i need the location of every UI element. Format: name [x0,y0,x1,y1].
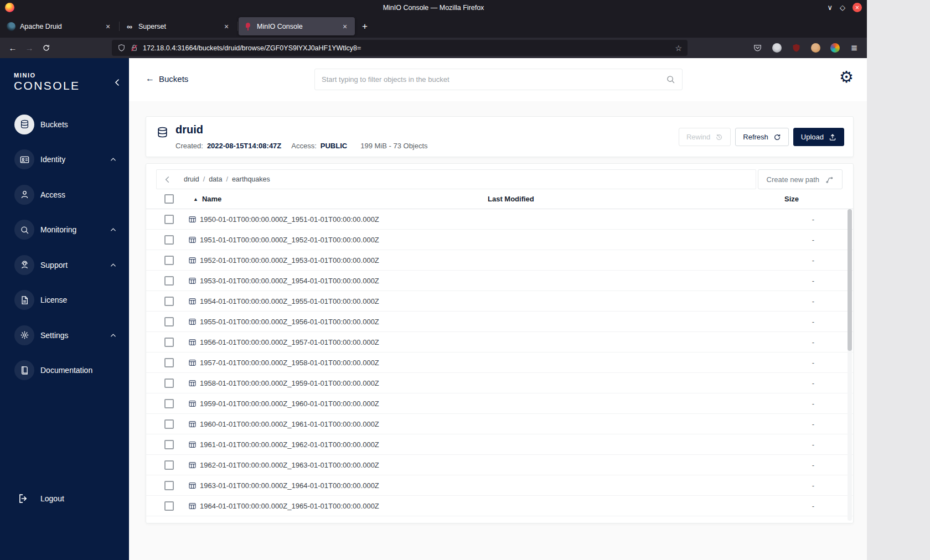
insecure-lock-icon[interactable] [130,44,138,52]
tab-close-icon[interactable] [340,22,350,32]
sidebar-item-monitoring[interactable]: Monitoring [0,212,129,248]
table-row[interactable]: 1955-01-01T00:00:00.000Z_1956-01-01T00:0… [146,312,853,332]
row-checkbox[interactable] [164,440,174,449]
refresh-button[interactable]: Refresh [735,128,789,146]
refresh-icon [773,133,781,141]
table-row[interactable]: 1963-01-01T00:00:00.000Z_1964-01-01T00:0… [146,475,853,496]
table-row[interactable]: 1958-01-01T00:00:00.000Z_1959-01-01T00:0… [146,373,853,393]
table-row[interactable]: 1959-01-01T00:00:00.000Z_1960-01-01T00:0… [146,393,853,414]
row-checkbox[interactable] [164,215,174,224]
search-icon [666,75,675,84]
table-row[interactable]: 1956-01-01T00:00:00.000Z_1957-01-01T00:0… [146,332,853,352]
table-row[interactable]: 1953-01-01T00:00:00.000Z_1954-01-01T00:0… [146,271,853,291]
rewind-button[interactable]: Rewind [679,128,731,146]
object-name[interactable]: 1955-01-01T00:00:00.000Z_1956-01-01T00:0… [200,318,379,326]
table-row[interactable]: 1952-01-01T00:00:00.000Z_1953-01-01T00:0… [146,250,853,271]
row-checkbox[interactable] [164,235,174,245]
create-new-path-button[interactable]: Create new path [758,169,843,189]
menu-icon[interactable] [849,43,859,53]
object-name[interactable]: 1959-01-01T00:00:00.000Z_1960-01-01T00:0… [200,400,379,408]
object-name[interactable]: 1956-01-01T00:00:00.000Z_1957-01-01T00:0… [200,338,379,346]
table-row[interactable]: 1951-01-01T00:00:00.000Z_1952-01-01T00:0… [146,230,853,250]
column-header-size[interactable]: Size [784,195,799,203]
table-row[interactable]: 1950-01-01T00:00:00.000Z_1951-01-01T00:0… [146,209,853,230]
select-all-checkbox[interactable] [164,194,174,204]
search-input[interactable] [322,75,662,84]
settings-gear-icon[interactable] [839,69,854,85]
sidebar-item-access[interactable]: Access [0,177,129,212]
object-name[interactable]: 1964-01-01T00:00:00.000Z_1965-01-01T00:0… [200,502,379,510]
tracking-shield-icon[interactable] [117,44,126,52]
row-checkbox[interactable] [164,256,174,265]
breadcrumb-segment-earthquakes[interactable]: earthquakes [232,175,270,183]
row-checkbox[interactable] [164,276,174,286]
row-checkbox[interactable] [164,460,174,470]
table-row[interactable]: 1961-01-01T00:00:00.000Z_1962-01-01T00:0… [146,434,853,455]
object-name[interactable]: 1953-01-01T00:00:00.000Z_1954-01-01T00:0… [200,277,379,285]
prefix-folder-icon [188,440,197,449]
sidebar-item-documentation[interactable]: Documentation [0,353,129,388]
ublock-extension-icon[interactable] [791,43,801,53]
back-to-buckets-link[interactable]: Buckets [146,74,188,84]
object-name[interactable]: 1960-01-01T00:00:00.000Z_1961-01-01T00:0… [200,420,379,428]
account-icon[interactable] [772,43,782,53]
sidebar-item-identity[interactable]: Identity [0,142,129,178]
table-scrollbar-thumb[interactable] [848,209,852,351]
object-name[interactable]: 1963-01-01T00:00:00.000Z_1964-01-01T00:0… [200,481,379,490]
object-name[interactable]: 1950-01-01T00:00:00.000Z_1951-01-01T00:0… [200,215,379,224]
tab-close-icon[interactable] [221,22,231,32]
row-checkbox[interactable] [164,338,174,347]
tab-superset[interactable]: Superset [120,17,236,35]
column-header-name[interactable]: Name [193,195,221,203]
tab-apache-druid[interactable]: Apache Druid [2,17,118,35]
forward-button[interactable] [21,40,38,56]
sidebar-collapse-icon[interactable] [113,78,122,87]
sidebar-item-support[interactable]: Support [0,247,129,283]
window-maximize-button[interactable] [840,4,845,11]
object-name[interactable]: 1951-01-01T00:00:00.000Z_1952-01-01T00:0… [200,236,379,244]
pinwheel-extension-icon[interactable] [830,43,840,53]
sidebar-item-license[interactable]: License [0,283,129,318]
breadcrumb-segment-data[interactable]: data [209,175,232,183]
row-checkbox[interactable] [164,419,174,429]
row-checkbox[interactable] [164,297,174,306]
table-row[interactable]: 1957-01-01T00:00:00.000Z_1958-01-01T00:0… [146,352,853,373]
reload-button[interactable] [38,40,54,56]
object-name[interactable]: 1957-01-01T00:00:00.000Z_1958-01-01T00:0… [200,359,379,367]
table-row[interactable]: 1964-01-01T00:00:00.000Z_1965-01-01T00:0… [146,496,853,516]
window-minimize-button[interactable] [827,4,833,11]
object-name[interactable]: 1952-01-01T00:00:00.000Z_1953-01-01T00:0… [200,256,379,265]
name-column-label: Name [202,195,221,203]
path-back-chevron-icon[interactable] [163,175,172,184]
url-bar[interactable]: 172.18.0.4:31664/buckets/druid/browse/ZG… [112,40,688,56]
sidebar-item-settings[interactable]: Settings [0,318,129,353]
sidebar-item-buckets[interactable]: Buckets [0,107,129,142]
row-checkbox[interactable] [164,501,174,511]
url-text[interactable]: 172.18.0.4:31664/buckets/druid/browse/ZG… [143,44,670,52]
object-name[interactable]: 1961-01-01T00:00:00.000Z_1962-01-01T00:0… [200,440,379,449]
object-name[interactable]: 1954-01-01T00:00:00.000Z_1955-01-01T00:0… [200,297,379,305]
bookmark-star-icon[interactable] [675,44,682,53]
new-tab-button[interactable] [357,19,373,34]
tab-close-icon[interactable] [103,22,113,32]
tab-minio-console[interactable]: MinIO Console [239,17,355,35]
back-button[interactable] [4,40,21,56]
row-checkbox[interactable] [164,399,174,408]
window-close-button[interactable] [852,3,862,12]
table-row[interactable]: 1954-01-01T00:00:00.000Z_1955-01-01T00:0… [146,291,853,312]
upload-button[interactable]: Upload [793,128,844,146]
object-name[interactable]: 1962-01-01T00:00:00.000Z_1963-01-01T00:0… [200,461,379,469]
table-scrollbar[interactable] [848,209,852,521]
row-checkbox[interactable] [164,358,174,367]
object-name[interactable]: 1958-01-01T00:00:00.000Z_1959-01-01T00:0… [200,379,379,387]
table-row[interactable]: 1960-01-01T00:00:00.000Z_1961-01-01T00:0… [146,414,853,434]
row-checkbox[interactable] [164,378,174,388]
row-checkbox[interactable] [164,317,174,326]
pocket-icon[interactable] [752,43,762,53]
avatar-extension-icon[interactable] [810,43,820,53]
breadcrumb-segment-bucket[interactable]: druid [184,175,209,183]
sidebar-item-logout[interactable]: Logout [17,488,64,510]
row-checkbox[interactable] [164,481,174,490]
table-row[interactable]: 1962-01-01T00:00:00.000Z_1963-01-01T00:0… [146,455,853,475]
column-header-last-modified[interactable]: Last Modified [488,195,534,203]
